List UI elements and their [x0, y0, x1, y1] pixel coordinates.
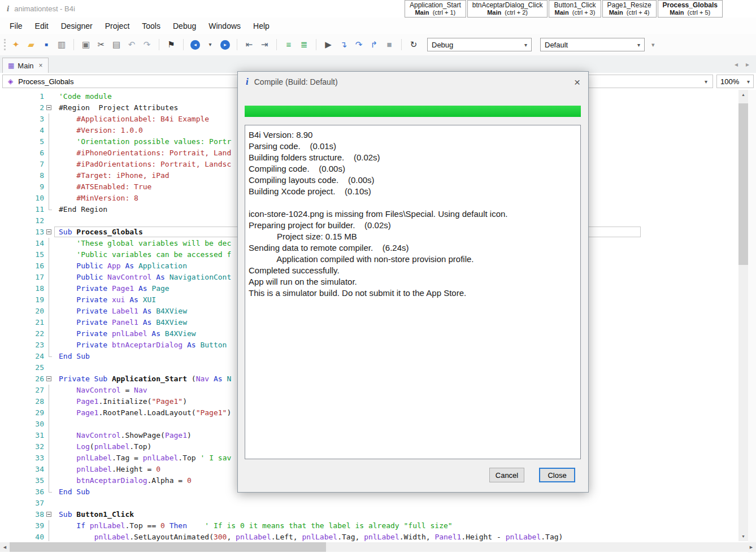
- quick-jump-button[interactable]: Page1_ResizeMain (ctrl + 4): [602, 0, 657, 18]
- line-number[interactable]: 35: [0, 475, 44, 486]
- line-number[interactable]: 32: [0, 441, 44, 452]
- step-over-icon[interactable]: ↷: [354, 40, 364, 50]
- quick-jump-button[interactable]: Application_StartMain (ctrl + 1): [405, 0, 466, 18]
- line-number[interactable]: 21: [0, 317, 44, 328]
- compile-log[interactable]: B4i Version: 8.90Parsing code. (0.01s)Bu…: [245, 125, 581, 459]
- editor-vertical-scrollbar[interactable]: ▲ ▼: [738, 90, 748, 541]
- code-line[interactable]: 40 pnlLabel.SetLayoutAnimated(300, pnlLa…: [0, 532, 756, 541]
- vertical-scrollbar-thumb[interactable]: [738, 103, 748, 265]
- line-number[interactable]: 18: [0, 283, 44, 294]
- navigate-history-chevron-icon[interactable]: ▾: [205, 40, 215, 50]
- menu-item-help[interactable]: Help: [247, 19, 276, 33]
- navigate-back-icon[interactable]: ◂: [190, 40, 200, 50]
- fold-collapse-icon[interactable]: [44, 373, 54, 385]
- line-number[interactable]: 4: [0, 125, 44, 136]
- zoom-combo[interactable]: 100% ▾: [716, 75, 754, 88]
- menu-item-designer[interactable]: Designer: [55, 19, 99, 33]
- compile-dialog-title-bar[interactable]: i Compile (Build: Default) ×: [238, 72, 588, 92]
- line-number[interactable]: 36: [0, 486, 44, 498]
- dialog-close-icon[interactable]: ×: [574, 77, 580, 88]
- scroll-down-icon[interactable]: ▼: [738, 532, 748, 541]
- line-number[interactable]: 34: [0, 464, 44, 475]
- toolbar-grip[interactable]: [4, 39, 7, 50]
- run-icon[interactable]: ▶: [323, 40, 333, 50]
- menu-item-file[interactable]: File: [3, 19, 29, 33]
- line-number[interactable]: 7: [0, 159, 44, 170]
- line-number[interactable]: 1: [0, 91, 44, 102]
- code-line[interactable]: 39 If pnlLabel.Top == 0 Then ' If is 0 i…: [0, 520, 756, 532]
- line-number[interactable]: 29: [0, 407, 44, 419]
- restart-icon[interactable]: ↻: [409, 40, 419, 50]
- line-number[interactable]: 20: [0, 306, 44, 317]
- step-out-icon[interactable]: ↱: [369, 40, 379, 50]
- line-number[interactable]: 27: [0, 385, 44, 396]
- stop-icon[interactable]: ■: [384, 40, 394, 50]
- tab-main[interactable]: ▦ Main ×: [2, 58, 49, 73]
- line-number[interactable]: 19: [0, 294, 44, 306]
- tab-scroll-left-icon[interactable]: ◂: [735, 60, 738, 68]
- code-line[interactable]: 37: [0, 498, 756, 509]
- export-icon[interactable]: ▥: [57, 40, 67, 50]
- horizontal-scrollbar-thumb[interactable]: [10, 542, 326, 552]
- line-number[interactable]: 17: [0, 272, 44, 283]
- line-number[interactable]: 30: [0, 419, 44, 430]
- comment-icon[interactable]: ≣: [299, 40, 309, 50]
- tab-close-icon[interactable]: ×: [39, 62, 43, 69]
- line-number[interactable]: 31: [0, 430, 44, 441]
- quick-jump-button[interactable]: btnAceptarDialog_ClickMain (ctrl + 2): [467, 0, 548, 18]
- line-number[interactable]: 13: [0, 227, 44, 238]
- scroll-up-icon[interactable]: ▲: [738, 90, 748, 99]
- line-number[interactable]: 14: [0, 238, 44, 249]
- undo-icon[interactable]: ↶: [127, 40, 137, 50]
- scroll-left-icon[interactable]: ◀: [0, 542, 10, 552]
- line-number[interactable]: 26: [0, 373, 44, 385]
- step-into-icon[interactable]: ↴: [338, 40, 349, 50]
- close-button[interactable]: Close: [539, 468, 575, 482]
- line-number[interactable]: 12: [0, 215, 44, 227]
- fold-collapse-icon[interactable]: [44, 509, 54, 520]
- editor-horizontal-scrollbar[interactable]: ◀ ▶: [0, 542, 756, 552]
- line-number[interactable]: 11: [0, 204, 44, 215]
- code-line[interactable]: 38Sub Button1_Click: [0, 509, 756, 520]
- line-number[interactable]: 23: [0, 339, 44, 351]
- menu-item-tools[interactable]: Tools: [136, 19, 167, 33]
- line-number[interactable]: 2: [0, 102, 44, 114]
- toolbar-overflow-icon[interactable]: ▾: [651, 41, 655, 49]
- line-number[interactable]: 33: [0, 452, 44, 464]
- line-number[interactable]: 24: [0, 351, 44, 362]
- indent-decrease-icon[interactable]: ⇤: [244, 40, 254, 50]
- scroll-right-icon[interactable]: ▶: [746, 542, 756, 552]
- build-profile-combo[interactable]: Default ▾: [540, 38, 645, 51]
- line-number[interactable]: 37: [0, 498, 44, 509]
- line-number[interactable]: 10: [0, 193, 44, 204]
- quick-jump-button[interactable]: Process_GlobalsMain (ctrl + 5): [658, 0, 723, 18]
- line-number[interactable]: 25: [0, 362, 44, 373]
- line-number[interactable]: 16: [0, 260, 44, 272]
- cancel-button[interactable]: Cancel: [489, 468, 524, 482]
- navigate-forward-icon[interactable]: ▸: [220, 40, 230, 50]
- line-number[interactable]: 15: [0, 249, 44, 260]
- open-project-icon[interactable]: ▰: [26, 40, 36, 50]
- line-number[interactable]: 22: [0, 328, 44, 339]
- menu-item-windows[interactable]: Windows: [202, 19, 247, 33]
- line-number[interactable]: 28: [0, 396, 44, 407]
- redo-icon[interactable]: ↷: [142, 40, 152, 50]
- fold-collapse-icon[interactable]: [44, 102, 54, 114]
- indent-increase-icon[interactable]: ⇥: [259, 40, 270, 50]
- line-number[interactable]: 3: [0, 114, 44, 125]
- bookmark-icon[interactable]: ⚑: [166, 40, 176, 50]
- line-number[interactable]: 39: [0, 520, 44, 532]
- copy-icon[interactable]: ▣: [81, 40, 91, 50]
- tab-scroll-right-icon[interactable]: ▸: [746, 60, 749, 68]
- paste-icon[interactable]: ▤: [111, 40, 121, 50]
- save-icon[interactable]: ▪: [41, 40, 51, 50]
- line-number[interactable]: 38: [0, 509, 44, 520]
- menu-item-edit[interactable]: Edit: [29, 19, 55, 33]
- line-number[interactable]: 6: [0, 147, 44, 159]
- line-number[interactable]: 5: [0, 136, 44, 147]
- fold-collapse-icon[interactable]: [44, 227, 54, 238]
- new-module-icon[interactable]: ✦: [11, 40, 21, 50]
- menu-item-debug[interactable]: Debug: [167, 19, 202, 33]
- menu-item-project[interactable]: Project: [99, 19, 136, 33]
- line-number[interactable]: 9: [0, 181, 44, 193]
